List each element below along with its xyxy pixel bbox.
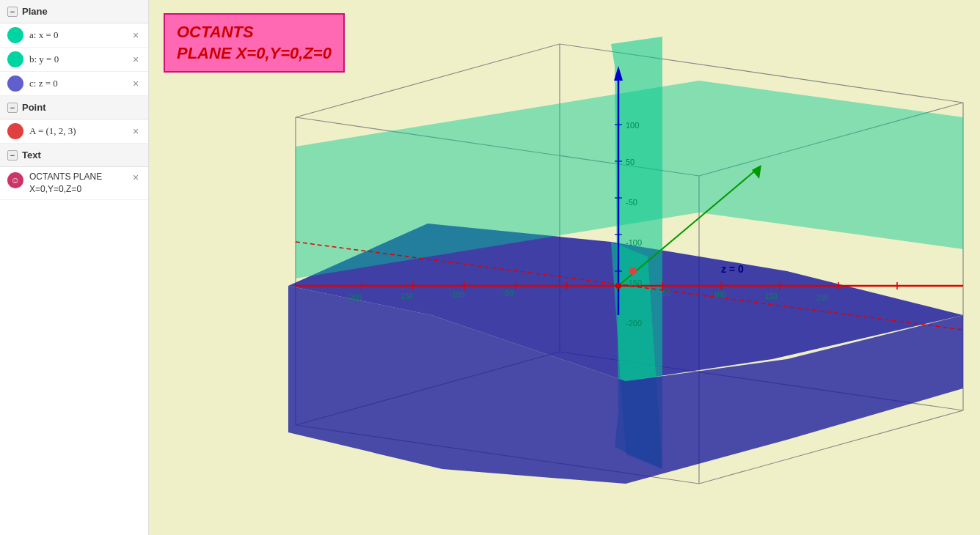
scene-svg: 100 50 -50 -100 -150 -200 -200 -150 -100… — [149, 0, 980, 535]
plane-a-close[interactable]: × — [129, 29, 142, 42]
point-A-close[interactable]: × — [129, 125, 142, 138]
collapse-plane-btn[interactable]: − — [7, 7, 18, 17]
section-point-label: Point — [22, 102, 46, 113]
sidebar: − Plane a: x = 0 × b: y = 0 × c: z = 0 ×… — [0, 0, 149, 535]
section-text-label: Text — [22, 150, 41, 160]
text-icon-1: ☺ — [7, 172, 23, 188]
svg-text:100: 100 — [626, 121, 639, 130]
svg-text:200: 200 — [816, 294, 829, 302]
svg-text:z = 0: z = 0 — [721, 263, 744, 275]
plane-c-label: c: z = 0 — [29, 78, 123, 89]
svg-text:-200: -200 — [347, 294, 362, 302]
plane-item-c: c: z = 0 × — [0, 72, 148, 96]
plane-b-close[interactable]: × — [129, 53, 142, 66]
collapse-text-btn[interactable]: − — [7, 150, 18, 160]
svg-text:50: 50 — [626, 158, 635, 166]
collapse-point-btn[interactable]: − — [7, 103, 18, 113]
svg-point-49 — [629, 268, 637, 275]
svg-text:50: 50 — [662, 289, 671, 298]
svg-text:-150: -150 — [398, 292, 413, 300]
svg-text:-50: -50 — [502, 289, 513, 298]
svg-text:-150: -150 — [626, 278, 642, 287]
annotation-box: OCTANTS PLANE X=0,Y=0,Z=0 — [164, 13, 345, 73]
section-point: − Point — [0, 96, 148, 119]
point-A-color — [7, 123, 23, 139]
annotation-line1: OCTANTS — [177, 22, 332, 43]
plane-b-color — [7, 51, 23, 67]
section-plane: − Plane — [0, 0, 148, 23]
svg-text:-50: -50 — [626, 198, 637, 207]
svg-text:-100: -100 — [450, 291, 464, 299]
plane-c-close[interactable]: × — [129, 77, 142, 90]
text-1-close[interactable]: × — [129, 171, 142, 184]
plane-a-color — [7, 27, 23, 43]
plane-a-label: a: x = 0 — [29, 29, 123, 41]
point-item-A: A = (1, 2, 3) × — [0, 119, 148, 144]
plane-item-a: a: x = 0 × — [0, 23, 148, 48]
plane-c-color — [7, 75, 23, 92]
text-content-1: OCTANTS PLANE X=0,Y=0,Z=0 — [29, 171, 123, 196]
svg-text:-200: -200 — [626, 319, 642, 328]
text-item-1: ☺ OCTANTS PLANE X=0,Y=0,Z=0 × — [0, 167, 148, 200]
annotation-line2: PLANE X=0,Y=0,Z=0 — [177, 43, 332, 64]
svg-text:-100: -100 — [626, 238, 642, 247]
svg-point-48 — [615, 283, 621, 289]
svg-text:100: 100 — [714, 291, 726, 299]
point-A-label: A = (1, 2, 3) — [29, 125, 123, 137]
main-canvas[interactable]: OCTANTS PLANE X=0,Y=0,Z=0 — [149, 0, 980, 535]
section-text: − Text — [0, 144, 148, 167]
section-plane-label: Plane — [22, 6, 48, 17]
plane-b-label: b: y = 0 — [29, 54, 123, 65]
svg-text:150: 150 — [765, 292, 778, 300]
plane-item-b: b: y = 0 × — [0, 48, 148, 72]
